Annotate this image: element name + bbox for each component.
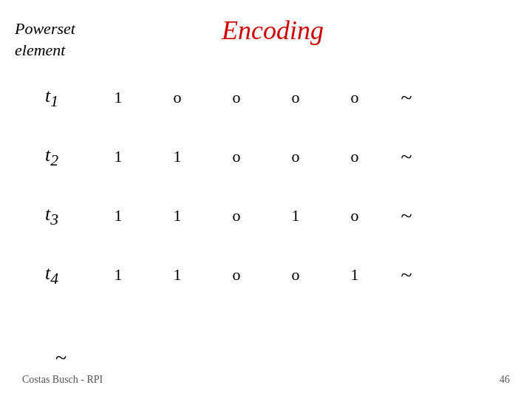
- table-row: t411oo1~: [15, 245, 517, 304]
- row-label-3: t3: [15, 203, 89, 229]
- powerset-line1: Powerset: [15, 19, 75, 38]
- table-row: t211ooo~: [15, 127, 517, 186]
- cell-r1-c1: 1: [89, 88, 148, 107]
- cell-r2-c1: 1: [89, 147, 148, 166]
- row-label-1: t1: [15, 85, 89, 111]
- tilde-r3: ~: [384, 204, 429, 228]
- tilde-r4: ~: [384, 263, 429, 287]
- table-row: t311o1o~: [15, 186, 517, 245]
- cell-r3-c2: 1: [148, 206, 207, 225]
- footer-credit: Costas Busch - RPI: [22, 374, 103, 386]
- cell-r3-c4: 1: [266, 206, 325, 225]
- cell-r4-c2: 1: [148, 265, 207, 284]
- tilde-r1: ~: [384, 86, 429, 109]
- cell-r2-c2: 1: [148, 147, 207, 166]
- cell-r1-c5: o: [325, 88, 384, 107]
- footer-page-number: 46: [499, 374, 510, 386]
- footer: Costas Busch - RPI 46: [0, 374, 532, 386]
- cell-r1-c2: o: [148, 88, 207, 107]
- header-row: Powerset element Encoding: [15, 15, 517, 61]
- powerset-line2: element: [15, 41, 65, 59]
- table-row: t11oooo~: [15, 68, 517, 127]
- cell-r4-c5: 1: [325, 265, 384, 284]
- bottom-tilde: ~: [55, 346, 66, 369]
- row-label-2: t2: [15, 144, 89, 170]
- cell-r3-c1: 1: [89, 206, 148, 225]
- cell-r4-c4: o: [266, 265, 325, 284]
- cell-r2-c4: o: [266, 147, 325, 166]
- cell-r1-c4: o: [266, 88, 325, 107]
- cell-r2-c5: o: [325, 147, 384, 166]
- cell-r2-c3: o: [207, 147, 266, 166]
- powerset-label: Powerset element: [15, 15, 133, 61]
- tilde-r2: ~: [384, 145, 429, 168]
- cell-r3-c3: o: [207, 206, 266, 225]
- cell-r4-c3: o: [207, 265, 266, 284]
- table-area: t11oooo~t211ooo~t311o1o~t411oo1~: [15, 68, 517, 304]
- page: Powerset element Encoding t11oooo~t211oo…: [0, 0, 532, 399]
- encoding-label: Encoding: [222, 15, 324, 46]
- row-label-4: t4: [15, 262, 89, 288]
- cell-r3-c5: o: [325, 206, 384, 225]
- cell-r1-c3: o: [207, 88, 266, 107]
- cell-r4-c1: 1: [89, 265, 148, 284]
